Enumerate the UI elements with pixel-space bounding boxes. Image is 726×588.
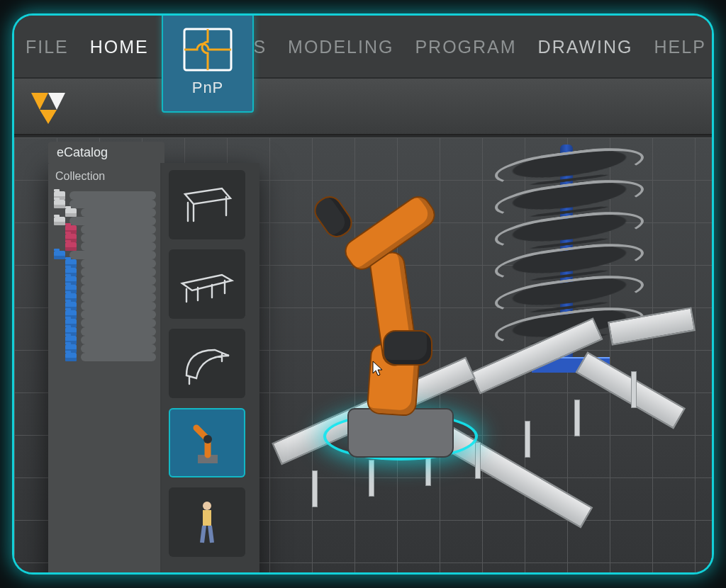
menu-file[interactable]: FILE	[26, 37, 69, 57]
app-window: FILE HOME PROCESS MODELING PROGRAM DRAWI…	[14, 16, 712, 572]
tree-item-label	[81, 259, 156, 268]
menu-help[interactable]: HELP	[654, 37, 706, 57]
menu-modeling[interactable]: MODELING	[288, 37, 393, 57]
folder-icon	[54, 217, 65, 225]
folder-icon	[54, 251, 65, 259]
tree-item-label	[81, 285, 156, 293]
svg-rect-7	[203, 510, 211, 526]
folder-icon	[65, 242, 77, 251]
cursor-icon	[372, 361, 384, 376]
svg-point-6	[203, 502, 211, 510]
thumb-conveyor[interactable]	[169, 249, 245, 319]
ecatalog-tree[interactable]: Collection	[48, 163, 162, 572]
ecatalog-heading: Collection	[55, 170, 156, 183]
tree-item-label	[81, 234, 156, 242]
tree-item-label	[69, 251, 156, 259]
tree-item-label	[81, 225, 156, 234]
puzzle-icon	[179, 23, 237, 76]
tree-row[interactable]	[54, 208, 156, 217]
ecatalog-panel[interactable]: eCatalog Collection	[48, 163, 259, 572]
svg-marker-1	[48, 93, 65, 110]
app-logo	[30, 89, 67, 125]
menu-program[interactable]: PROGRAM	[415, 37, 516, 57]
tree-item-label	[81, 293, 156, 302]
menu-home[interactable]: HOME	[90, 37, 149, 57]
ecatalog-tab[interactable]: eCatalog	[48, 142, 164, 163]
tree-row[interactable]	[54, 191, 156, 200]
menu-drawing[interactable]: DRAWING	[538, 37, 633, 57]
tree-item-label	[69, 217, 156, 225]
folder-icon	[65, 353, 77, 361]
tree-item-label	[81, 208, 156, 217]
svg-marker-2	[40, 110, 57, 124]
tree-item-label	[81, 353, 156, 361]
tree-item-label	[81, 336, 156, 344]
folder-icon	[54, 200, 65, 208]
thumb-table[interactable]	[169, 170, 245, 239]
tree-row[interactable]	[54, 353, 156, 361]
tree-item-label	[81, 310, 156, 319]
tree-item-label	[81, 276, 156, 285]
pnp-tool-label: PnP	[192, 79, 224, 97]
tree-item-label	[81, 242, 156, 251]
tree-item-label	[81, 268, 156, 276]
thumb-curve[interactable]	[169, 329, 245, 398]
folder-icon	[65, 208, 77, 217]
svg-marker-0	[31, 93, 48, 110]
thumb-human[interactable]	[169, 487, 245, 557]
thumb-robot[interactable]	[169, 408, 245, 477]
tree-item-label	[81, 319, 156, 327]
pnp-tool-button[interactable]: PnP	[162, 16, 254, 113]
svg-point-5	[203, 435, 212, 443]
tree-item-label	[69, 200, 156, 208]
tree-row[interactable]	[54, 242, 156, 251]
ecatalog-thumbs[interactable]	[162, 163, 259, 572]
tree-item-label	[81, 344, 156, 353]
scene-robot-arm[interactable]	[298, 196, 482, 479]
tree-item-label	[69, 191, 156, 200]
tree-item-label	[81, 302, 156, 310]
main-menu: FILE HOME PROCESS MODELING PROGRAM DRAWI…	[14, 16, 712, 79]
tree-item-label	[81, 327, 156, 336]
ribbon	[14, 79, 712, 135]
